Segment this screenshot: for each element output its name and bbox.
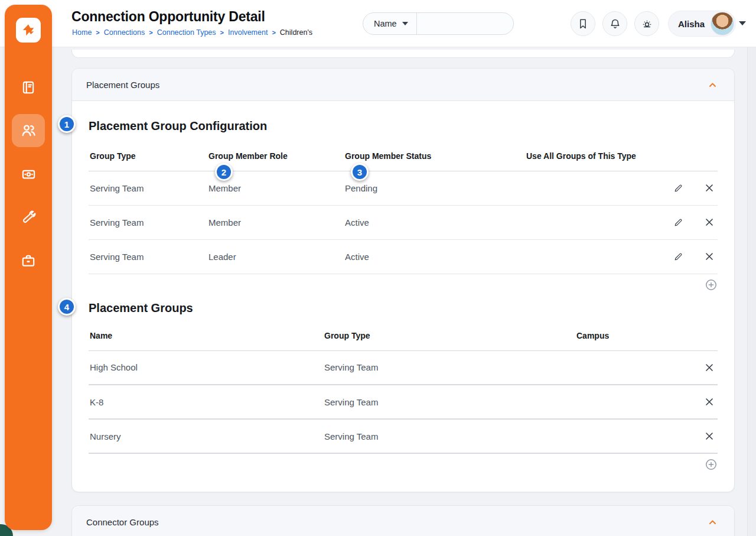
rock-logo[interactable] [16, 18, 41, 43]
callout-badge-4: 4 [58, 298, 76, 316]
page-title: Connection Opportunity Detail [71, 9, 265, 25]
bell-icon [609, 18, 621, 30]
col-campus: Campus [575, 321, 654, 350]
cell-role: Leader [207, 239, 344, 274]
placement-config-table: Group Type Group Member Role Group Membe… [89, 141, 718, 297]
add-circle-icon [705, 458, 718, 471]
table-row: Serving Team Member Active [89, 205, 718, 239]
breadcrumb-separator: > [149, 29, 152, 36]
scrollbar[interactable] [747, 47, 756, 536]
breadcrumb-separator: > [96, 29, 99, 36]
cell-campus [575, 419, 654, 453]
breadcrumb-connections[interactable]: Connections [104, 28, 145, 37]
breadcrumb-involvement[interactable]: Involvement [228, 28, 268, 37]
sidebar-item-people[interactable] [12, 114, 45, 147]
pencil-icon [673, 217, 683, 228]
user-menu-caret-icon[interactable] [739, 21, 746, 25]
chevron-down-icon [402, 22, 408, 25]
close-icon [705, 218, 713, 226]
cell-campus [575, 385, 654, 419]
bookmark-icon [577, 18, 589, 30]
add-group-button[interactable] [705, 458, 718, 471]
cell-name: K-8 [89, 385, 323, 419]
delete-row-button[interactable] [702, 215, 716, 229]
previous-panel-edge [71, 50, 735, 58]
cell-use-all [525, 171, 654, 205]
close-icon [705, 252, 713, 261]
bookmark-button[interactable] [571, 11, 595, 36]
table-header-row: Group Type Group Member Role Group Membe… [89, 141, 718, 171]
pencil-icon [673, 252, 683, 262]
delete-row-button[interactable] [702, 360, 716, 375]
breadcrumb-separator: > [220, 29, 224, 36]
delete-row-button[interactable] [702, 429, 716, 443]
groups-section-heading: Placement Groups [89, 300, 718, 316]
edit-row-button[interactable] [672, 249, 686, 264]
table-row: Nursery Serving Team [89, 419, 718, 453]
cell-use-all [525, 239, 654, 274]
search-filter-dropdown[interactable]: Name [363, 13, 417, 34]
sidebar-item-tools[interactable] [12, 201, 45, 234]
briefcase-icon [21, 253, 36, 268]
giving-money-icon [21, 166, 37, 182]
search-bar: Name [363, 12, 514, 35]
edit-row-button[interactable] [672, 181, 686, 195]
add-row [89, 453, 718, 477]
notifications-button[interactable] [602, 11, 627, 36]
sidebar-item-directory[interactable] [12, 71, 45, 104]
sidebar-item-work[interactable] [12, 244, 45, 277]
collapse-button[interactable] [709, 82, 716, 87]
cell-role: Member [207, 205, 344, 239]
edit-row-button[interactable] [672, 215, 686, 229]
collapse-button[interactable] [709, 519, 716, 525]
cell-status: Pending [344, 171, 525, 205]
placement-groups-panel-title: Placement Groups [86, 80, 159, 90]
callout-badge-1: 1 [58, 115, 76, 133]
cell-status: Active [344, 205, 525, 239]
col-group-type: Group Type [323, 321, 575, 350]
connector-groups-panel: Connector Groups [71, 505, 735, 536]
cell-actions [654, 419, 718, 453]
col-name: Name [89, 321, 323, 350]
placement-groups-table: Name Group Type Campus High School Servi… [89, 321, 718, 477]
cell-campus [575, 350, 654, 385]
close-icon [705, 398, 713, 406]
breadcrumb-home[interactable]: Home [72, 28, 92, 37]
delete-row-button[interactable] [702, 181, 716, 195]
cell-actions [654, 171, 718, 205]
col-group-type: Group Type [89, 141, 207, 171]
cell-name: High School [89, 350, 323, 385]
user-menu[interactable]: Alisha [668, 11, 736, 37]
rock-logo-icon [21, 22, 36, 38]
main-content: Placement Groups 1 2 3 4 Placement Group… [0, 47, 756, 536]
callout-badge-2: 2 [215, 163, 233, 181]
chevron-up-icon [709, 519, 716, 525]
cell-actions [654, 239, 718, 274]
col-use-all-groups: Use All Groups of This Type [525, 141, 654, 171]
table-row: Serving Team Leader Active [89, 239, 718, 274]
breadcrumb-connection-types[interactable]: Connection Types [157, 28, 216, 37]
connector-groups-panel-header[interactable]: Connector Groups [72, 506, 734, 536]
col-actions [654, 321, 718, 350]
add-row [89, 274, 718, 297]
cell-group-type: Serving Team [89, 171, 207, 205]
sun-icon [641, 18, 653, 30]
delete-row-button[interactable] [702, 249, 716, 264]
placement-groups-panel-header[interactable]: Placement Groups [72, 69, 734, 101]
contacts-book-icon [21, 80, 36, 95]
add-config-button[interactable] [705, 278, 718, 291]
placement-groups-panel: Placement Groups 1 2 3 4 Placement Group… [71, 68, 735, 492]
cell-actions [654, 385, 718, 419]
cell-status: Active [344, 239, 525, 274]
delete-row-button[interactable] [702, 395, 716, 409]
cell-group-type: Serving Team [89, 205, 207, 239]
search-filter-label: Name [374, 19, 397, 28]
sidebar-item-giving[interactable] [12, 157, 45, 190]
search-input[interactable] [417, 13, 514, 34]
people-icon [20, 122, 37, 139]
cell-group-type: Serving Team [323, 385, 575, 419]
cell-group-type: Serving Team [323, 350, 575, 385]
breadcrumb-separator: > [272, 29, 275, 36]
wrench-icon [21, 210, 36, 225]
theme-toggle-button[interactable] [634, 11, 659, 36]
